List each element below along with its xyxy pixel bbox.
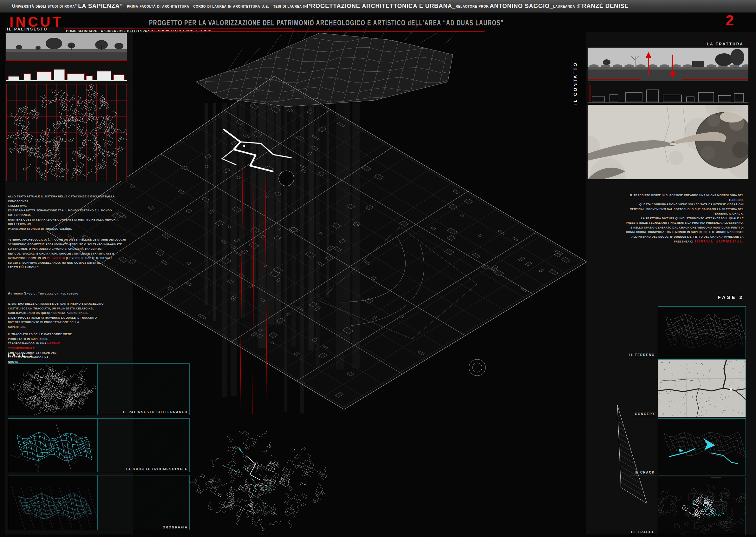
section-label-palinsesto: IL PALINSESTO	[7, 27, 48, 31]
fase2-top-rule	[629, 305, 746, 305]
paragraph-text: .	[743, 240, 744, 243]
paragraph-text: IL TRACCIATO RIVIVE IN SUPERFICIE CREAND…	[626, 193, 744, 243]
title-underline	[149, 31, 484, 32]
fase2-labelcell-3: IL CRACK	[629, 418, 657, 475]
catacomb-grid-map	[6, 84, 127, 181]
fase1-caption-3: OROGRAFIA	[163, 525, 188, 529]
fase2-labelcell-4: LE TRACCE	[629, 477, 657, 535]
fase1-labelbox-3: OROGRAFIA	[97, 475, 190, 530]
quote-attribution: Antonino Saggio, Trivellazioni nel futur…	[8, 291, 134, 296]
quote-highlight-palinsesto: PALINSESTO	[47, 257, 65, 260]
creation-of-adam-image	[587, 105, 748, 179]
logo-underline	[64, 28, 293, 28]
fase2-thumb-concept	[658, 359, 746, 417]
fase2-labelcell-2: CONCEPT	[629, 359, 657, 417]
fase1-thumb-palinsesto-sotterraneo	[8, 363, 97, 415]
fase1-thumb-orografia	[8, 475, 97, 530]
fase2-caption-crack: IL CRACK	[634, 471, 655, 474]
paragraph-text: IL TRACCIATO 2D DELLE CATACOMBE VIENE PR…	[8, 333, 72, 345]
header-segment-student: FRANZÈ DENISE	[578, 3, 628, 10]
header-bar: Università degli studi di roma “LA SAPIE…	[0, 0, 756, 13]
fase1-labelbox-2: LA GRIGLIA TRIDIMESIONALE	[97, 418, 190, 472]
highlight-tracce-sommerse: TRACCE SOMMERSE	[694, 239, 743, 243]
section-label-frattura: LA FRATTURA	[666, 42, 744, 46]
fase1-caption-1: IL PALINSESTO SOTTERRANEO	[123, 410, 188, 414]
fase2-thumb-tracce	[658, 477, 746, 535]
right-paragraph: IL TRACCIATO RIVIVE IN SUPERFICIE CREAND…	[601, 193, 744, 244]
panorama-photo-left	[6, 33, 127, 61]
header-segment: relaotore prof.	[456, 4, 490, 9]
header-segment-course: PROGETTAZIONE ARCHITETTONICA E URBANA_	[307, 3, 456, 10]
page-number: 2	[726, 12, 735, 29]
fase2-thumb-crack	[658, 418, 746, 475]
fase2-caption-concept: CONCEPT	[635, 412, 655, 416]
fase2-caption-tracce: LE TRACCE	[631, 530, 655, 534]
panorama-photo-right	[587, 48, 748, 81]
header-segment-professor: ANTONINO SAGGIO_	[490, 3, 553, 10]
fase2-thumb-terreno	[658, 306, 746, 358]
fase1-labelbox-1: IL PALINSESTO SOTTERRANEO	[97, 363, 190, 415]
left-paragraph-3: IL SISTEMA DELLE CATACOMBE DEI SANTI PIE…	[8, 302, 113, 329]
header-segment: Università degli studi di roma	[12, 4, 75, 9]
fase1-caption-2: LA GRIGLIA TRIDIMESIONALE	[126, 468, 188, 471]
header-segment: laureanda :	[553, 4, 578, 9]
poster-canvas: { "colors": {"accent_red": "#c40000", "t…	[0, 0, 756, 537]
left-quote: “STERRO ARCHEOLOGICO: (...), COME UN DIS…	[8, 237, 134, 270]
skyline-silhouette-left	[6, 62, 127, 82]
left-paragraph-1: ALLO STATO ATTUALE IL SISTEMA DELLE CATA…	[8, 194, 134, 231]
fase1-heading: FASE 1	[8, 352, 34, 358]
vertical-label-contatto: IL CONTATTO	[573, 47, 578, 105]
header-segment-university: “LA SAPIENZA”	[75, 3, 123, 10]
skyline-silhouette-right	[587, 82, 748, 103]
fase2-heading: FASE 2	[698, 295, 744, 300]
fase2-labelcell-1: IL TERRENO	[629, 306, 657, 358]
header-segment: _ prima facoltà di architettura _corso d…	[123, 4, 307, 9]
fase2-caption-terreno: IL TERRENO	[629, 353, 655, 357]
fase1-thumb-griglia	[8, 418, 97, 472]
poster-title: PROGETTO PER LA VALORIZZAZIONE DEL PATRI…	[149, 19, 504, 27]
